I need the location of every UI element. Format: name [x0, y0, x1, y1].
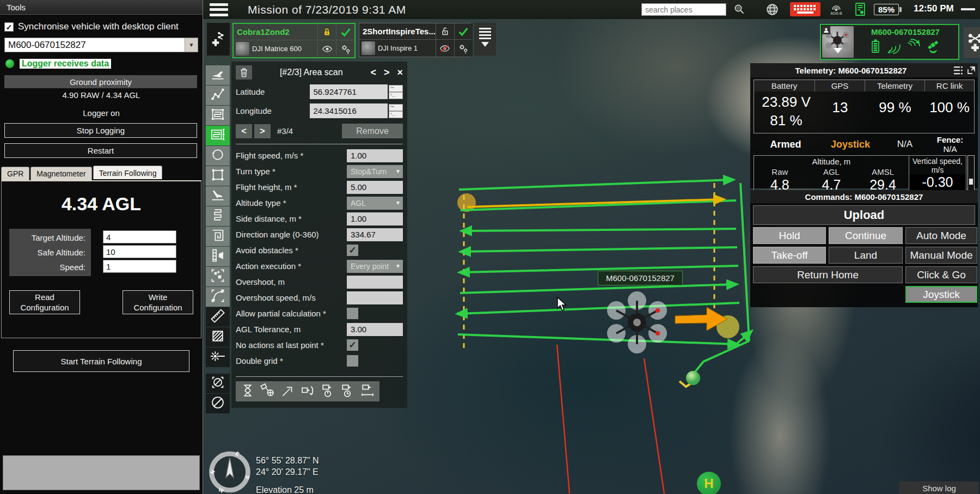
visibility-eye-icon[interactable] — [318, 40, 336, 57]
vehicle-settings-gears-icon[interactable] — [336, 40, 354, 57]
no-entry-circle-tool-button[interactable] — [206, 394, 230, 413]
restart-button[interactable]: Restart — [4, 143, 197, 158]
add-vehicle-button[interactable] — [964, 27, 980, 58]
sync-vehicle-checkbox[interactable] — [4, 22, 14, 32]
no-entry-square-tool-button[interactable] — [206, 374, 230, 393]
next-segment-button[interactable]: > — [384, 67, 390, 78]
vehicle-settings-gears-icon[interactable] — [455, 40, 473, 57]
longitude-input[interactable]: 24.3415016 — [310, 103, 388, 118]
vehicle-select[interactable]: M600-0670152827 ▼ — [4, 38, 198, 52]
orbit-tool-button[interactable] — [206, 146, 230, 166]
compass-rose[interactable]: N E S W — [205, 450, 255, 494]
search-area-tool-button[interactable] — [206, 267, 230, 286]
remove-point-button[interactable]: Remove — [342, 124, 403, 138]
continue-button[interactable]: Continue — [829, 227, 903, 244]
coord-format-decimal-button[interactable]: °... — [389, 111, 403, 118]
close-panel-button[interactable]: × — [397, 67, 403, 78]
camera-aim-button[interactable] — [260, 383, 276, 400]
tab-gpr[interactable]: GPR — [1, 167, 29, 180]
telemetry-expand-icon[interactable] — [965, 66, 978, 75]
coord-format-dms-button[interactable]: °′″ — [389, 85, 403, 92]
camera-yaw-button[interactable] — [299, 383, 316, 400]
param-checkbox[interactable] — [347, 339, 358, 351]
auto-mode-button[interactable]: Auto Mode — [905, 227, 977, 244]
telemetry-scrollbar[interactable] — [967, 155, 975, 196]
param-select[interactable]: AGL▼ — [347, 197, 403, 210]
param-input[interactable] — [347, 276, 403, 289]
param-checkbox[interactable] — [347, 355, 358, 367]
return-home-button[interactable]: Return Home — [753, 266, 903, 283]
param-input[interactable]: 5.00 — [347, 181, 403, 194]
search-input[interactable] — [641, 3, 726, 16]
vertical-scan-tool-button[interactable] — [206, 247, 230, 266]
panorama-button[interactable] — [279, 383, 296, 400]
visibility-eye-off-icon[interactable] — [436, 40, 454, 57]
laser-target-tool-button[interactable] — [206, 347, 230, 367]
manual-mode-button[interactable]: Manual Mode — [905, 247, 977, 264]
param-checkbox[interactable] — [347, 308, 358, 319]
spline-route-tool-button[interactable] — [206, 287, 230, 307]
vehicle-list-button[interactable] — [474, 23, 496, 56]
stop-logging-button[interactable]: Stop Logging — [4, 123, 197, 138]
take-off-button[interactable]: Take-off — [753, 247, 826, 264]
waypoint-route-tool-button[interactable] — [206, 86, 230, 105]
wait-action-button[interactable] — [240, 383, 256, 400]
param-input[interactable]: 1.00 — [347, 212, 403, 225]
click-go-button[interactable]: Click & Go — [905, 266, 977, 283]
log-status-icon[interactable] — [851, 2, 869, 17]
telemetry-list-icon[interactable] — [952, 66, 965, 75]
lock-closed-icon[interactable] — [318, 24, 336, 40]
lock-open-icon[interactable] — [436, 23, 454, 39]
globe-icon[interactable] — [763, 2, 781, 17]
facade-scan-tool-button[interactable] — [206, 206, 230, 226]
speed-field[interactable]: 1 — [103, 260, 176, 273]
chevron-down-icon[interactable] — [834, 48, 842, 58]
home-marker[interactable]: H — [697, 472, 721, 494]
add-route-button[interactable] — [207, 23, 230, 56]
main-menu-button[interactable] — [210, 3, 228, 16]
vehicle-card-2shortinspire[interactable]: 2ShortInspireTes... DJI Inspire 1 — [359, 23, 471, 57]
camera-interval-button[interactable] — [339, 383, 356, 400]
param-checkbox[interactable] — [347, 245, 358, 256]
coord-format-decimal-button[interactable]: °... — [389, 92, 403, 99]
param-input[interactable]: 334.67 — [347, 228, 403, 241]
no-fly-area-tool-button[interactable] — [206, 327, 230, 347]
virtual-keyboard-icon[interactable] — [790, 2, 820, 16]
joystick-button[interactable]: Joystick — [905, 286, 977, 303]
vehicle-thumbnail[interactable] — [822, 26, 854, 58]
vehicle-card-cobra1zond2[interactable]: Cobra1Zond2 DJI Matrice 600 — [232, 23, 356, 58]
upload-button[interactable]: Upload — [753, 205, 975, 225]
latitude-input[interactable]: 56.9247761 — [310, 84, 388, 99]
target-altitude-field[interactable]: 4 — [103, 230, 176, 243]
write-configuration-button[interactable]: Write Configuration — [122, 290, 193, 314]
chevron-down-icon[interactable]: ▼ — [185, 38, 198, 52]
adsb-icon[interactable]: ADS-B — [827, 2, 846, 17]
prev-point-button[interactable]: < — [236, 124, 252, 138]
tab-magnetometer[interactable]: Magnetometer — [30, 167, 91, 180]
param-select[interactable]: Stop&Turn▼ — [347, 165, 403, 178]
param-select[interactable]: Every point▼ — [347, 260, 403, 273]
show-log-button[interactable]: Show log — [899, 481, 979, 494]
param-input[interactable]: 1.00 — [347, 149, 403, 162]
delete-segment-button[interactable] — [236, 65, 252, 80]
next-point-button[interactable]: > — [254, 124, 271, 138]
search-icon[interactable] — [730, 2, 749, 17]
param-input[interactable] — [347, 291, 403, 304]
land-button[interactable]: Land — [829, 247, 903, 264]
ruler-tool-button[interactable] — [206, 307, 230, 327]
hold-button[interactable]: Hold — [753, 227, 826, 244]
plane-landing-tool-button[interactable] — [206, 186, 230, 206]
tab-terrain-following[interactable]: Terrain Following — [93, 166, 163, 179]
plane-takeoff-tool-button[interactable] — [206, 65, 230, 85]
area-scan-tool-button[interactable] — [206, 106, 230, 125]
perimeter-tool-button[interactable] — [206, 166, 230, 186]
coord-format-dms-button[interactable]: °′″ — [389, 104, 403, 111]
prev-segment-button[interactable]: < — [370, 67, 376, 78]
spiral-scan-tool-button[interactable] — [206, 227, 230, 246]
active-vehicle-widget[interactable]: M600-0670152827 — [820, 24, 959, 60]
read-configuration-button[interactable]: Read Configuration — [9, 290, 80, 314]
safe-altitude-field[interactable]: 10 — [103, 245, 176, 258]
minimize-button[interactable] — [961, 8, 975, 10]
area-scan-elevated-tool-button[interactable] — [206, 126, 230, 145]
start-terrain-following-button[interactable]: Start Terrain Following — [13, 350, 189, 372]
